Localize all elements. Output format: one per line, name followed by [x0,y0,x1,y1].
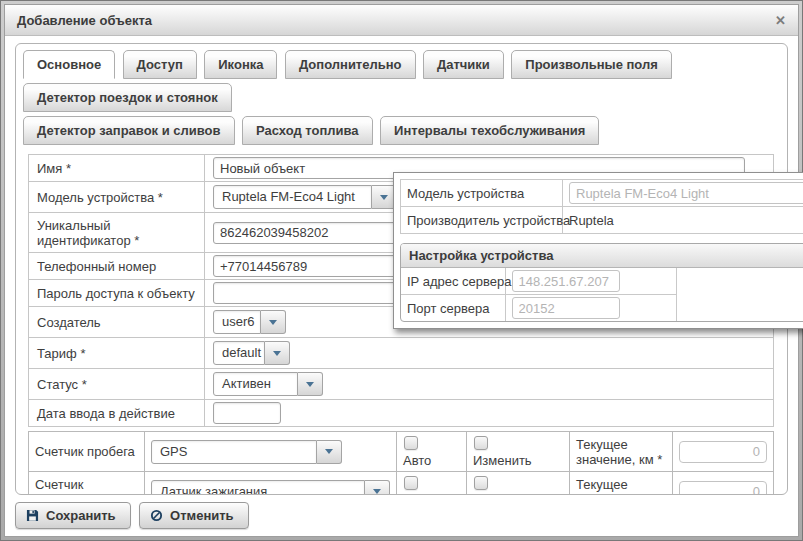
engine-hours-auto-checkbox[interactable] [404,476,418,490]
dialog-titlebar: Добавление объекта ✕ [5,5,798,36]
tab-main[interactable]: Основное [23,50,115,79]
device-model-label: Модель устройства * [37,190,163,205]
mileage-counter-row: Счетчик пробега GPS Авто Изменить [29,432,774,472]
cancel-icon [150,509,163,522]
creator-dropdown-button[interactable] [261,310,286,334]
mileage-change-label: Изменить [473,453,532,468]
server-port-input[interactable] [512,297,620,319]
mileage-current-input[interactable] [679,441,767,463]
chevron-down-icon [380,195,388,200]
device-info-popup: Модель устройства Производитель устройст… [393,172,803,329]
engine-hours-change-checkbox[interactable] [474,476,488,490]
mileage-current-label: Текущее значение, км * [576,437,662,467]
counters-table: Счетчик пробега GPS Авто Изменить [28,431,774,495]
tariff-dropdown-button[interactable] [265,341,290,365]
popup-device-model-input[interactable] [569,182,803,204]
engine-hours-select[interactable]: Датчик зажигания [151,480,390,496]
engine-hours-change-label: Изменить [473,493,532,495]
server-ip-label: IP адрес сервера [407,274,511,289]
creator-value: user6 [213,310,261,334]
popup-manufacturer-label: Производитель устройства [407,213,570,228]
mileage-counter-label: Счетчик пробега [35,444,135,459]
popup-manufacturer-value: Ruptela [569,213,614,228]
tab-access[interactable]: Доступ [123,50,197,79]
engine-hours-dropdown-button[interactable] [365,480,390,496]
table-row: Дата ввода в действие [29,400,774,427]
device-settings-table: IP адрес сервера Порт сервера [401,268,677,321]
tab-trip-detector[interactable]: Детектор поездок и стоянок [23,83,232,112]
tab-service-intervals[interactable]: Интервалы техобслуживания [380,116,599,145]
status-label: Статус * [37,377,87,392]
creator-label: Создатель [37,315,101,330]
mileage-counter-select[interactable]: GPS [151,440,342,464]
tab-fuel-consumption[interactable]: Расход топлива [242,116,373,145]
cancel-button-label: Отменить [170,508,234,523]
device-info-table: Модель устройства Производитель устройст… [400,179,803,234]
tab-sensors[interactable]: Датчики [423,50,504,79]
tab-row-1: Основное Доступ Иконка Дополнительно Дат… [23,50,780,116]
mileage-change-checkbox[interactable] [474,436,488,450]
table-row: IP адрес сервера [401,268,677,295]
engine-hours-current-input[interactable] [679,481,767,496]
dialog-title: Добавление объекта [17,13,775,28]
chevron-down-icon [269,320,277,325]
engine-hours-current-label: Текущее значение, ч. * [576,477,658,496]
mileage-counter-value: GPS [151,440,317,464]
tab-custom-fields[interactable]: Произвольные поля [511,50,671,79]
tab-row-2: Детектор заправок и сливов Расход топлив… [23,116,780,149]
name-label: Имя * [37,161,71,176]
device-settings-group: Настройка устройства IP адрес сервера По… [400,243,803,322]
chevron-down-icon [273,351,281,356]
engine-hours-auto-label: Авто [403,493,431,495]
mileage-auto-label: Авто [403,453,431,468]
chevron-down-icon [325,449,333,454]
engine-hours-value: Датчик зажигания [151,480,365,496]
tab-icon[interactable]: Иконка [204,50,277,79]
table-row: Производитель устройства Ruptela [401,207,803,234]
status-dropdown-button[interactable] [298,372,323,396]
chevron-down-icon [306,382,314,387]
device-model-select[interactable]: Ruptela FM-Eco4 Light [213,185,397,209]
commission-date-input[interactable] [213,402,281,424]
password-label: Пароль доступа к объекту [37,286,195,301]
tab-advanced[interactable]: Дополнительно [285,50,416,79]
commission-date-label: Дата ввода в действие [37,406,175,421]
status-value: Активен [213,372,298,396]
table-row: Модель устройства [401,180,803,207]
close-icon[interactable]: ✕ [775,13,786,28]
tariff-value: default [213,341,265,365]
engine-hours-counter-row: Счетчик моточасов Датчик зажигания Авто [29,472,774,496]
server-ip-input[interactable] [512,270,620,292]
device-model-value: Ruptela FM-Eco4 Light [213,185,372,209]
tariff-select[interactable]: default [213,341,290,365]
table-row: Статус * Активен [29,369,774,400]
engine-hours-label: Счетчик моточасов [35,477,98,496]
status-select[interactable]: Активен [213,372,323,396]
cancel-button[interactable]: Отменить [139,502,249,529]
mileage-dropdown-button[interactable] [317,440,342,464]
creator-select[interactable]: user6 [213,310,286,334]
popup-device-model-label: Модель устройства [407,186,524,201]
save-button[interactable]: Сохранить [15,502,131,529]
tab-fuel-fillings[interactable]: Детектор заправок и сливов [23,116,235,145]
tariff-label: Тариф * [37,346,85,361]
server-port-label: Порт сервера [407,301,490,316]
save-icon [26,509,39,522]
device-settings-title: Настройка устройства [401,244,803,268]
dialog-footer: Сохранить Отменить [15,502,253,529]
table-row: Тариф * default [29,338,774,369]
unique-id-label: Уникальный идентификатор * [37,218,139,248]
phone-label: Телефонный номер [37,259,156,274]
table-row: Порт сервера [401,295,677,322]
save-button-label: Сохранить [46,508,116,523]
chevron-down-icon [373,489,381,494]
mileage-auto-checkbox[interactable] [404,436,418,450]
